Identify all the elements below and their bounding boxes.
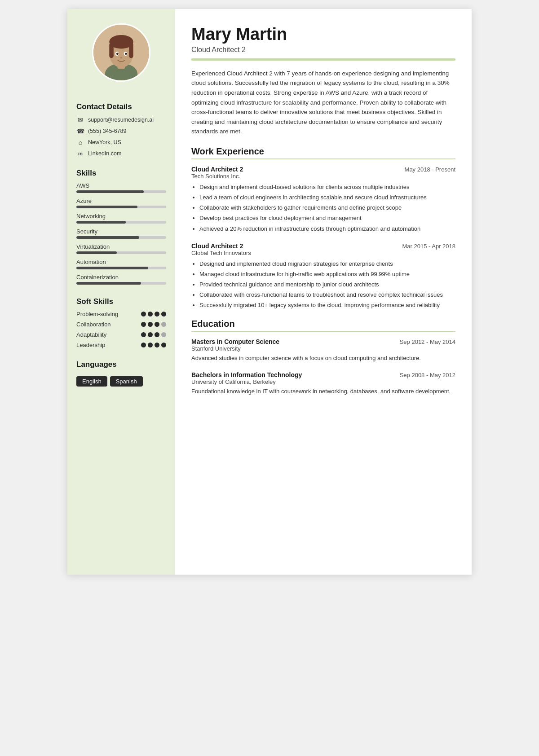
edu-description: Foundational knowledge in IT with course… — [191, 387, 455, 396]
dot-filled — [148, 322, 153, 327]
work-company: Global Tech Innovators — [191, 250, 455, 256]
contact-item: inLinkedIn.com — [76, 149, 154, 158]
edu-school: Stanford University — [191, 345, 455, 352]
contact-text: support@resumedesign.ai — [88, 117, 154, 123]
work-bullets: Design and implement cloud-based solutio… — [191, 183, 455, 233]
skill-label: Virtualization — [76, 243, 166, 250]
skill-bar-fill — [76, 190, 144, 193]
education-entry: Masters in Computer ScienceSep 2012 - Ma… — [191, 338, 455, 363]
work-bullet: Managed cloud infrastructure for high-tr… — [199, 270, 455, 279]
dot-filled — [148, 312, 153, 316]
work-bullet: Design and implement cloud-based solutio… — [199, 183, 455, 192]
candidate-name: Mary Martin — [191, 25, 455, 44]
work-header: Cloud Architect 2May 2018 - Present — [191, 166, 455, 173]
dot-filled — [141, 332, 146, 337]
skill-label: Security — [76, 228, 166, 235]
skill-item: Networking — [76, 213, 166, 224]
work-bullet: Provided technical guidance and mentorsh… — [199, 280, 455, 289]
contact-text: LinkedIn.com — [88, 150, 121, 157]
skill-bar-bg — [76, 267, 166, 269]
contact-title: Contact Details — [76, 102, 132, 111]
work-bullets: Designed and implemented cloud migration… — [191, 259, 455, 310]
skill-item: Virtualization — [76, 243, 166, 254]
edu-degree: Bachelors in Information Technology — [191, 371, 302, 378]
avatar-wrapper — [76, 23, 166, 82]
edu-header: Bachelors in Information TechnologySep 2… — [191, 371, 455, 378]
skill-bar-fill — [76, 206, 137, 208]
work-date: May 2018 - Present — [405, 166, 455, 173]
skill-bar-bg — [76, 236, 166, 239]
work-section-title: Work Experience — [191, 146, 455, 159]
edu-degree: Masters in Computer Science — [191, 338, 279, 345]
skills-list: AWSAzureNetworkingSecurityVirtualization… — [76, 182, 166, 289]
dot-filled — [155, 332, 159, 337]
soft-skill-label: Leadership — [76, 342, 105, 348]
dot-filled — [161, 343, 166, 347]
languages-title: Languages — [76, 360, 117, 369]
resume-container: Contact Details ✉support@resumedesign.ai… — [67, 9, 472, 575]
skill-label: Networking — [76, 213, 166, 220]
skill-bar-bg — [76, 251, 166, 254]
skill-item: Security — [76, 228, 166, 239]
education-entry: Bachelors in Information TechnologySep 2… — [191, 371, 455, 396]
dot-filled — [155, 312, 159, 316]
dot-filled — [148, 343, 153, 347]
work-bullet: Lead a team of cloud engineers in archit… — [199, 193, 455, 202]
svg-rect-6 — [129, 43, 133, 58]
svg-point-9 — [116, 53, 119, 55]
work-bullet: Collaborated with cross-functional teams… — [199, 290, 455, 299]
soft-skill-item: Leadership — [76, 342, 166, 348]
skill-label: Containerization — [76, 274, 166, 281]
work-entry: Cloud Architect 2May 2018 - PresentTech … — [191, 166, 455, 233]
soft-skill-dots — [141, 312, 166, 316]
soft-skill-item: Adaptability — [76, 331, 166, 338]
edu-date: Sep 2008 - May 2012 — [400, 372, 455, 378]
soft-skill-item: Collaboration — [76, 321, 166, 328]
svg-rect-5 — [109, 43, 114, 58]
soft-skill-label: Problem-solving — [76, 311, 118, 317]
work-header: Cloud Architect 2Mar 2015 - Apr 2018 — [191, 242, 455, 250]
skill-bar-fill — [76, 282, 141, 285]
skill-bar-bg — [76, 221, 166, 224]
edu-header: Masters in Computer ScienceSep 2012 - Ma… — [191, 338, 455, 345]
work-date: Mar 2015 - Apr 2018 — [402, 243, 455, 250]
skills-title: Skills — [76, 169, 96, 178]
dot-filled — [155, 322, 159, 327]
header-divider — [191, 58, 455, 61]
soft-skill-dots — [141, 332, 166, 337]
skill-item: Azure — [76, 198, 166, 208]
language-tag: English — [76, 376, 107, 387]
skill-label: Automation — [76, 259, 166, 265]
avatar-image — [93, 23, 149, 82]
contact-icon: ✉ — [76, 116, 84, 124]
dot-empty — [161, 322, 166, 327]
contact-text: NewYork, US — [88, 139, 121, 145]
contact-item: ⌂NewYork, US — [76, 138, 154, 146]
skill-bar-fill — [76, 236, 139, 239]
work-bullet: Successfully migrated 10+ legacy systems… — [199, 301, 455, 310]
work-list: Cloud Architect 2May 2018 - PresentTech … — [191, 166, 455, 310]
edu-date: Sep 2012 - May 2014 — [400, 338, 455, 345]
soft-skill-label: Adaptability — [76, 331, 106, 338]
skill-bar-bg — [76, 282, 166, 285]
skill-bar-fill — [76, 221, 126, 224]
dot-filled — [155, 343, 159, 347]
education-list: Masters in Computer ScienceSep 2012 - Ma… — [191, 338, 455, 396]
work-company: Tech Solutions Inc. — [191, 173, 455, 180]
dot-filled — [141, 322, 146, 327]
soft-skills-list: Problem-solvingCollaborationAdaptability… — [76, 311, 166, 352]
work-bullet: Achieved a 20% reduction in infrastructu… — [199, 224, 455, 233]
work-entry: Cloud Architect 2Mar 2015 - Apr 2018Glob… — [191, 242, 455, 310]
edu-school: University of California, Berkeley — [191, 378, 455, 385]
dot-filled — [148, 332, 153, 337]
avatar — [92, 23, 150, 82]
svg-point-11 — [120, 57, 123, 59]
dot-filled — [141, 343, 146, 347]
candidate-title: Cloud Architect 2 — [191, 46, 455, 54]
skill-label: AWS — [76, 182, 166, 189]
contact-icon: ☎ — [76, 127, 84, 135]
soft-skill-dots — [141, 322, 166, 327]
work-position: Cloud Architect 2 — [191, 242, 243, 250]
contact-icon: ⌂ — [76, 138, 84, 146]
soft-skill-dots — [141, 343, 166, 347]
